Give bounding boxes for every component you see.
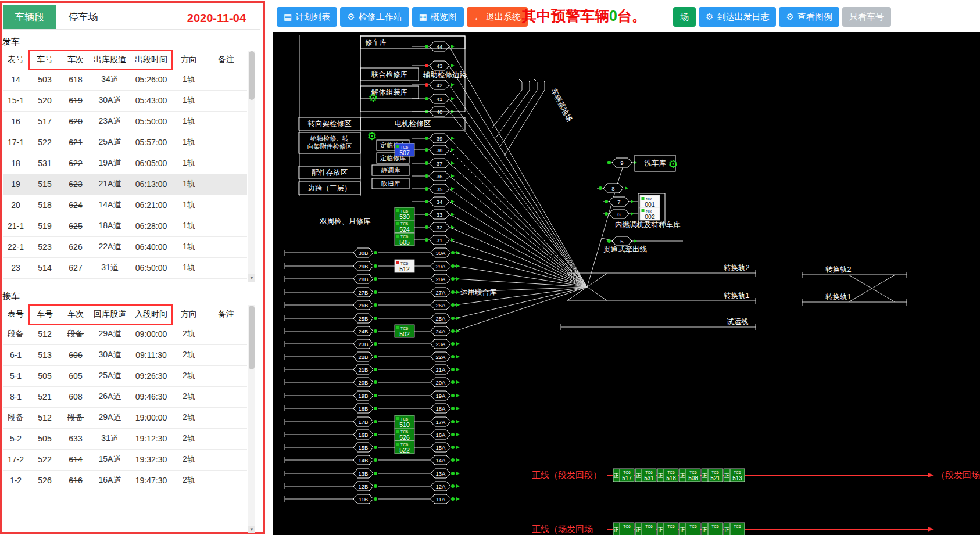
warning-count: 0	[609, 8, 617, 24]
table-row[interactable]: 2351462731道06:50:001轨	[3, 257, 247, 278]
workstation-button[interactable]: ⚙检修工作站	[340, 7, 409, 27]
train-status-icon	[396, 417, 399, 420]
scroll-down-icon[interactable]: ▼	[248, 274, 255, 282]
track-number: 15A	[436, 444, 446, 451]
cell: 626	[61, 236, 90, 257]
scrollbar-thumb[interactable]	[249, 51, 255, 100]
table-row[interactable]: 1651762023A道05:50:001轨	[3, 111, 247, 132]
schedule-panel: 车辆段 停车场 2020-11-04 发车 表号车号车次出库股道出段时间方向备注…	[0, 1, 265, 534]
train-number: 505	[399, 239, 410, 246]
table-row[interactable]: 段备512段备29A道09:00:002轨	[3, 324, 247, 344]
scrollbar-thumb[interactable]	[249, 306, 255, 369]
status-dot-icon	[425, 213, 428, 216]
table-row[interactable]: 22-152362622A道06:40:001轨	[3, 236, 247, 257]
track-number: 6	[617, 211, 620, 217]
track-line	[449, 189, 587, 287]
direction-arrow-icon	[456, 484, 460, 488]
cell	[205, 386, 247, 407]
status-dot-icon	[374, 251, 377, 254]
train-number: 517	[622, 475, 632, 482]
table-row[interactable]: 5-250563331道19:12:302轨	[3, 428, 247, 449]
cell: 618	[61, 69, 90, 90]
button-label: 只看车号	[849, 12, 884, 23]
status-dot-icon	[451, 264, 455, 268]
status-dot-icon	[374, 303, 377, 307]
building-label: 联合检修库	[371, 70, 408, 78]
tab-parking-lot[interactable]: 停车场	[56, 5, 110, 29]
table-row[interactable]: 17-252261415A道19:32:302轨	[3, 449, 247, 470]
building-label: 吹扫库	[381, 180, 400, 187]
train-status-icon	[396, 261, 399, 264]
train-status-icon	[642, 209, 645, 212]
cell: 2轨	[173, 428, 205, 449]
mainline-prefix: 正	[702, 473, 707, 479]
cell: 16	[3, 111, 28, 132]
cell: 06:13:00	[130, 174, 173, 195]
exit-system-button[interactable]: ←退出系统	[467, 7, 528, 27]
cell	[205, 153, 247, 174]
table-row[interactable]: 21-151962518A道06:28:001轨	[3, 216, 247, 236]
table-row[interactable]: 5-150560525A道09:26:302轨	[3, 365, 247, 386]
table-row[interactable]: 2051862414A道06:21:001轨	[3, 195, 247, 216]
table-row[interactable]: 1450361834道05:26:001轨	[3, 69, 247, 90]
table-row[interactable]: 1951562321A道06:13:001轨	[3, 174, 247, 195]
column-header: 入段时间	[130, 305, 173, 324]
track-diagram: 444342414039383736353433323130B30A29B29A…	[273, 32, 980, 535]
status-dot-icon	[425, 238, 428, 242]
track-number: 33	[437, 211, 443, 218]
cell: 22A道	[90, 236, 130, 257]
direction-arrow-icon	[456, 277, 460, 281]
table-row[interactable]: 8-152160826A道09:46:302轨	[3, 386, 247, 407]
yard-button[interactable]: 场	[673, 7, 696, 27]
status-dot-icon	[425, 148, 428, 152]
table-row[interactable]: 15-152061930A道05:43:001轨	[3, 90, 247, 111]
arrive-depart-log-button[interactable]: ⚙到达出发日志	[699, 7, 776, 27]
table-row[interactable]: 段备512段备29A道19:00:002轨	[3, 407, 247, 428]
table-row[interactable]: 6-151360630A道09:11:302轨	[3, 344, 247, 365]
cell: 1轨	[173, 236, 205, 257]
direction-arrow-icon	[456, 342, 460, 346]
arrive-scrollbar[interactable]: ▼	[248, 305, 255, 533]
table-row[interactable]: 1853162219A道06:05:001轨	[3, 153, 247, 174]
track-line	[496, 90, 530, 138]
track-number: 20B	[359, 379, 369, 386]
view-legend-button[interactable]: ⚙查看图例	[779, 7, 839, 27]
direction-arrow-icon	[451, 174, 455, 178]
table-row[interactable]: 17-152262125A道05:57:001轨	[3, 132, 247, 153]
direction-arrow-icon	[451, 64, 455, 67]
gear-icon: ⚙	[706, 12, 713, 22]
overview-button[interactable]: ▦概览图	[412, 7, 464, 27]
cell	[205, 132, 247, 153]
diagram-label: 内燃调机及特种车库	[615, 221, 681, 229]
cell	[205, 324, 247, 344]
scroll-down-icon[interactable]: ▼	[248, 526, 255, 533]
track-number: 12A	[436, 483, 446, 490]
table-row[interactable]: 1-252661616A道19:47:302轨	[3, 470, 247, 491]
train-number: 502	[399, 331, 410, 337]
cell	[205, 236, 247, 257]
train-status-icon	[396, 235, 399, 238]
plan-list-button[interactable]: ▤计划列表	[277, 7, 337, 27]
train-series-label: TC6	[645, 525, 653, 529]
cell: 20	[3, 195, 28, 216]
only-car-number-button[interactable]: 只看车号	[842, 7, 891, 27]
direction-arrow-icon	[456, 355, 460, 358]
button-label: 查看图例	[797, 12, 832, 23]
gear-icon: ⚙	[347, 12, 355, 22]
column-header: 车号	[28, 51, 61, 69]
depart-scrollbar[interactable]: ▼	[248, 51, 255, 282]
cell	[205, 428, 247, 449]
cell: 09:11:30	[130, 344, 173, 365]
diagram-label: 双周检、月修库	[320, 217, 371, 225]
track-number: 25A	[436, 315, 446, 322]
gear-icon: ⚙	[368, 92, 378, 104]
cell: 06:21:00	[130, 195, 173, 216]
status-dot-icon	[451, 407, 455, 410]
cell: 1轨	[173, 195, 205, 216]
tab-depot[interactable]: 车辆段	[3, 5, 56, 29]
direction-arrow-icon	[456, 290, 460, 294]
cell: 512	[28, 324, 61, 344]
track-number: 30A	[436, 250, 446, 256]
mainline-label: 正线（段发回段）	[532, 470, 602, 480]
train-number: 513	[732, 475, 742, 482]
